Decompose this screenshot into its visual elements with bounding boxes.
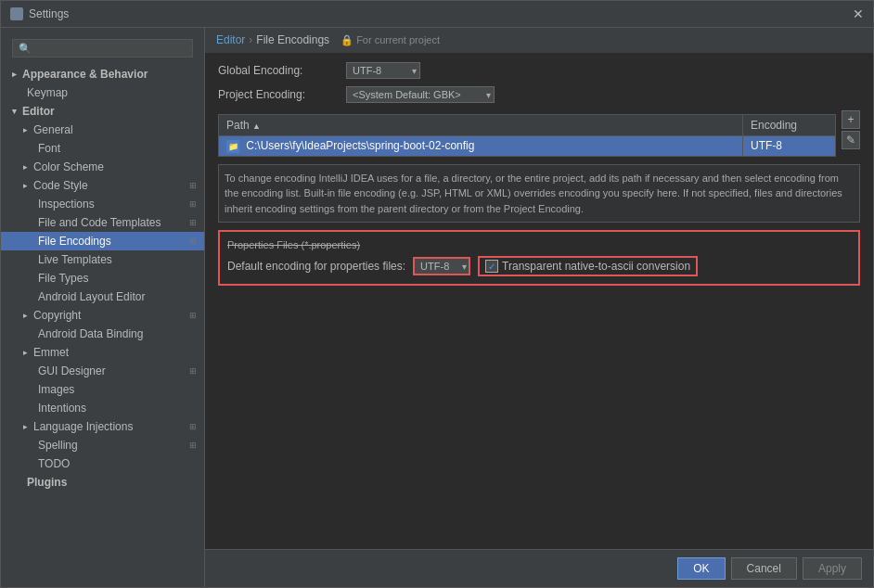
sidebar-item-label: Images — [38, 383, 74, 396]
title-bar-left: Settings — [10, 7, 69, 20]
badge-icon: ⊞ — [189, 236, 197, 246]
sidebar-item-label: General — [33, 123, 73, 136]
sidebar-item-label: Language Injections — [33, 420, 133, 433]
apply-button[interactable]: Apply — [803, 557, 862, 580]
sidebar-item-android-data-binding[interactable]: Android Data Binding — [1, 325, 204, 343]
sidebar-item-label: Appearance & Behavior — [22, 68, 148, 81]
sidebar-item-editor[interactable]: ▾Editor — [1, 102, 204, 121]
sidebar-item-code-style[interactable]: ▸Code Style⊞ — [1, 176, 204, 195]
sidebar-item-label: Plugins — [27, 476, 67, 489]
breadcrumb-editor[interactable]: Editor — [216, 33, 245, 46]
sidebar-item-inspections[interactable]: Inspections⊞ — [1, 195, 204, 213]
settings-area: Global Encoding: UTF-8 Project Encoding:… — [205, 53, 873, 549]
badge-icon: ⊞ — [189, 366, 197, 376]
folder-icon: 📁 — [226, 140, 239, 153]
sidebar-item-file-encodings[interactable]: File Encodings⊞ — [1, 232, 204, 250]
file-table-body: 📁 C:\Users\fy\IdeaProjects\spring-boot-0… — [219, 136, 836, 157]
window-body: ▸Appearance & BehaviorKeymap▾Editor▸Gene… — [1, 28, 873, 587]
global-encoding-row: Global Encoding: UTF-8 — [218, 62, 860, 79]
sidebar-item-images[interactable]: Images — [1, 380, 204, 399]
arrow-icon: ▾ — [12, 107, 17, 116]
sort-arrow: ▲ — [252, 121, 261, 131]
sidebar-item-live-templates[interactable]: Live Templates — [1, 250, 204, 269]
file-table-container: Path ▲ Encoding 📁 C:\Users\fy\IdeaProjec… — [218, 110, 860, 157]
sidebar-item-todo[interactable]: TODO — [1, 454, 204, 473]
table-row[interactable]: 📁 C:\Users\fy\IdeaProjects\spring-boot-0… — [219, 136, 836, 157]
transparent-conversion-wrapper: ✓ Transparent native-to-ascii conversion — [478, 256, 698, 276]
sidebar-item-label: File and Code Templates — [38, 216, 161, 229]
sidebar-item-copyright[interactable]: ▸Copyright⊞ — [1, 306, 204, 325]
global-encoding-label: Global Encoding: — [218, 64, 339, 77]
sidebar-item-label: File Types — [38, 272, 88, 285]
title-bar: Settings ✕ — [1, 1, 873, 28]
breadcrumb: Editor › File Encodings 🔒 For current pr… — [205, 28, 873, 53]
sidebar-item-label: Keymap — [27, 86, 68, 99]
settings-icon — [10, 7, 23, 20]
sidebar-item-file-types[interactable]: File Types — [1, 269, 204, 288]
settings-window: Settings ✕ ▸Appearance & BehaviorKeymap▾… — [0, 0, 874, 588]
sidebar-item-label: Android Data Binding — [38, 327, 143, 340]
sidebar-item-label: Intentions — [38, 402, 86, 415]
sidebar-item-label: File Encodings — [38, 235, 111, 248]
sidebar: ▸Appearance & BehaviorKeymap▾Editor▸Gene… — [1, 28, 205, 587]
search-input[interactable] — [12, 39, 193, 58]
sidebar-item-keymap[interactable]: Keymap — [1, 83, 204, 102]
arrow-icon: ▸ — [23, 422, 28, 431]
sidebar-item-label: Inspections — [38, 198, 95, 211]
encoding-column-header[interactable]: Encoding — [743, 115, 836, 136]
breadcrumb-note: 🔒 For current project — [341, 34, 440, 46]
badge-icon: ⊞ — [189, 311, 197, 320]
sidebar-item-file-and-code-templates[interactable]: File and Code Templates⊞ — [1, 213, 204, 232]
sidebar-item-label: Android Layout Editor — [38, 290, 145, 303]
add-row-button[interactable]: + — [842, 110, 860, 129]
project-encoding-dropdown[interactable]: <System Default: GBK> — [346, 86, 495, 103]
sidebar-item-label: Copyright — [33, 309, 81, 322]
transparent-conversion-label: Transparent native-to-ascii conversion — [502, 260, 690, 273]
project-encoding-label: Project Encoding: — [218, 88, 339, 101]
badge-icon: ⊞ — [189, 199, 197, 209]
path-column-header[interactable]: Path ▲ — [219, 115, 743, 136]
sidebar-item-language-injections[interactable]: ▸Language Injections⊞ — [1, 417, 204, 436]
title-bar-title: Settings — [29, 7, 69, 20]
file-table: Path ▲ Encoding 📁 C:\Users\fy\IdeaProjec… — [218, 114, 836, 157]
sidebar-item-intentions[interactable]: Intentions — [1, 399, 204, 417]
global-encoding-dropdown[interactable]: UTF-8 — [346, 62, 420, 79]
properties-section: Properties Files (*.properties) Default … — [218, 230, 860, 286]
sidebar-item-label: Spelling — [38, 439, 78, 452]
sidebar-item-android-layout-editor[interactable]: Android Layout Editor — [1, 288, 204, 306]
sidebar-item-spelling[interactable]: Spelling⊞ — [1, 436, 204, 454]
project-encoding-dropdown-wrapper: <System Default: GBK> — [346, 86, 495, 103]
sidebar-item-label: Live Templates — [38, 253, 112, 266]
properties-encoding-dropdown[interactable]: UTF-8 — [413, 257, 470, 275]
arrow-icon: ▸ — [23, 125, 28, 134]
sidebar-item-plugins[interactable]: Plugins — [1, 473, 204, 492]
edit-row-button[interactable]: ✎ — [842, 131, 860, 149]
sidebar-items: ▸Appearance & BehaviorKeymap▾Editor▸Gene… — [1, 65, 204, 492]
transparent-conversion-checkbox[interactable]: ✓ — [485, 260, 498, 273]
arrow-icon: ▸ — [23, 348, 28, 357]
badge-icon: ⊞ — [189, 218, 197, 227]
sidebar-item-label: Font — [38, 142, 60, 155]
global-encoding-dropdown-wrapper: UTF-8 — [346, 62, 420, 79]
ok-button[interactable]: OK — [677, 557, 725, 580]
breadcrumb-sep: › — [249, 33, 252, 46]
sidebar-item-label: Editor — [22, 105, 55, 118]
breadcrumb-current: File Encodings — [256, 33, 329, 46]
close-button[interactable]: ✕ — [853, 6, 864, 21]
sidebar-item-appearance[interactable]: ▸Appearance & Behavior — [1, 65, 204, 83]
cancel-button[interactable]: Cancel — [731, 557, 797, 580]
default-encoding-label: Default encoding for properties files: — [227, 260, 405, 273]
arrow-icon: ▸ — [12, 70, 17, 79]
sidebar-item-gui-designer[interactable]: GUI Designer⊞ — [1, 362, 204, 380]
description-text: To change encoding IntelliJ IDEA uses fo… — [218, 164, 860, 224]
sidebar-item-font[interactable]: Font — [1, 139, 204, 158]
arrow-icon: ▸ — [23, 181, 28, 190]
sidebar-item-general[interactable]: ▸General — [1, 121, 204, 139]
sidebar-item-color-scheme[interactable]: ▸Color Scheme — [1, 158, 204, 176]
arrow-icon: ▸ — [23, 162, 28, 172]
sidebar-item-emmet[interactable]: ▸Emmet — [1, 343, 204, 362]
table-action-buttons: + ✎ — [842, 110, 860, 157]
properties-row: Default encoding for properties files: U… — [227, 256, 851, 276]
bottom-bar: OK Cancel Apply — [205, 549, 873, 587]
table-header: Path ▲ Encoding — [219, 115, 836, 136]
